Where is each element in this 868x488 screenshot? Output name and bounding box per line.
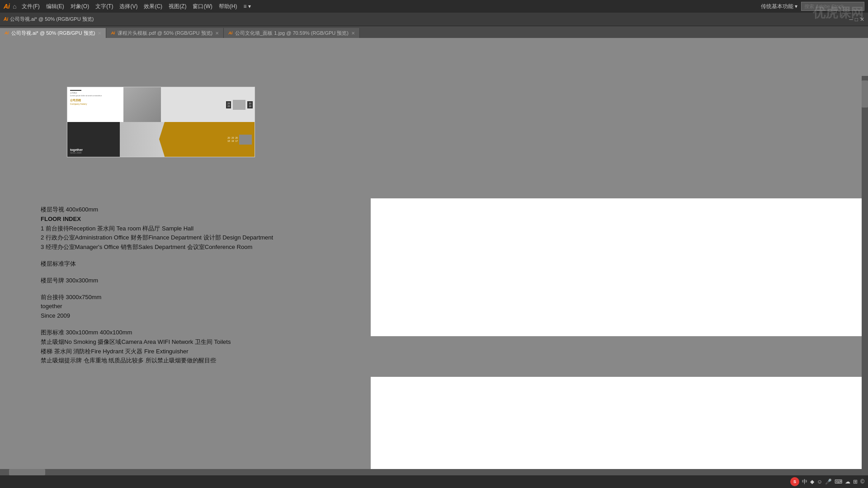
design-container: 公司简介 Lorem ipsum dolor sit amet consecte…	[67, 87, 255, 157]
design-top: 公司简介 Lorem ipsum dolor sit amet consecte…	[67, 87, 255, 122]
year-2019: 2019	[231, 136, 234, 143]
floor-1-text: 1 前台接待Reception 茶水间 Tea room 样品厅 Sample …	[41, 224, 273, 234]
design-bottom: together Since 2008 2018	[67, 122, 255, 157]
tab-2-icon: Ai	[228, 31, 232, 35]
tab-2-close[interactable]: ✕	[351, 31, 355, 36]
taskbar-zh-icon[interactable]: 中	[802, 478, 807, 486]
tab-1-label: 课程片头模板.pdf @ 50% (RGB/GPU 预览)	[118, 30, 212, 37]
taskbar-face-icon[interactable]: ☺	[817, 479, 822, 485]
floor-2-text: 2 行政办公室Administration Office 财务部Finance …	[41, 233, 273, 243]
doc-title-text: 公司导视.ai* @ 50% (RGB/GPU 预览)	[10, 16, 94, 23]
tab-2-label: 公司文化墙_面板 1.jpg @ 70.59% (RGB/GPU 预览)	[235, 30, 349, 37]
menu-text[interactable]: 文字(T)	[93, 2, 116, 11]
taskbar-grid-icon[interactable]: ⊞	[853, 479, 858, 485]
design-center-img	[123, 87, 161, 122]
design-right-timeline: 2020 2016	[161, 87, 255, 122]
menu-extra[interactable]: ≡ ▾	[241, 2, 253, 10]
title-bar-right: 传统基本功能 ▾	[761, 2, 864, 11]
menu-file[interactable]: 文件(F)	[19, 2, 42, 11]
artboard-preview: 公司简介 Lorem ipsum dolor sit amet consecte…	[67, 87, 255, 157]
doc-minimize[interactable]: ─	[849, 16, 853, 23]
year-2020-top: 2020	[226, 101, 231, 108]
taskbar-keyboard-icon[interactable]: ⌨	[835, 479, 842, 485]
together-label: together	[41, 302, 273, 311]
spacer-4	[41, 321, 273, 328]
title-bar: Ai ⌂ 文件(F) 编辑(E) 对象(O) 文字(T) 选择(V) 效果(C)…	[0, 0, 868, 13]
menu-select[interactable]: 选择(V)	[117, 2, 140, 11]
tab-bar: Ai 公司导视.ai* @ 50% (RGB/GPU 预览) ✕ Ai 课程片头…	[0, 26, 868, 38]
design-bottom-gray	[120, 122, 165, 157]
taskbar: S 中 ◆ ☺ 🎤 ⌨ ☁ ⊞ ©	[0, 475, 868, 488]
year-2018: 2018	[227, 136, 230, 143]
company-history-en: Company history	[70, 103, 121, 105]
doc-title: Ai 公司导视.ai* @ 50% (RGB/GPU 预览)	[4, 16, 94, 23]
design-bottom-gold: 2018 2019 2017	[165, 122, 255, 157]
menu-window[interactable]: 窗口(W)	[190, 2, 215, 11]
tab-0-close[interactable]: ✕	[98, 31, 101, 36]
tab-1-close[interactable]: ✕	[215, 31, 219, 36]
tab-2[interactable]: Ai 公司文化墙_面板 1.jpg @ 70.59% (RGB/GPU 预览) …	[224, 28, 360, 38]
graphic-standard: 图形标准 300x100mm 400x100mm	[41, 328, 273, 338]
right-panel-bottom	[371, 377, 868, 481]
floor-guide-title: 楼层导视 400x600mm	[41, 205, 273, 215]
menu-view[interactable]: 视图(Z)	[166, 2, 189, 11]
year-2017: 2017	[235, 136, 238, 143]
tab-1-icon: Ai	[111, 31, 115, 35]
adobe-stock-search[interactable]	[801, 2, 864, 11]
right-panel-top	[371, 198, 868, 336]
text-content: 楼层导视 400x600mm FLOOR INDEX 1 前台接待Recepti…	[41, 205, 273, 366]
tab-0[interactable]: Ai 公司导视.ai* @ 50% (RGB/GPU 预览) ✕	[0, 28, 106, 38]
no-smoking-line: 禁止吸烟No Smoking 摄像区域Camera Area WIFI Netw…	[41, 338, 273, 347]
floor-3-text: 3 经理办公室Manager's Office 销售部Sales Departm…	[41, 243, 273, 252]
scroll-thumb-v[interactable]	[862, 80, 868, 108]
reception-size: 前台接待 3000x750mm	[41, 293, 273, 302]
menu-object[interactable]: 对象(O)	[68, 2, 92, 11]
taskbar-c-icon[interactable]: ©	[860, 479, 864, 485]
floor-font-label: 楼层标准字体	[41, 259, 273, 269]
year-2016: 2016	[247, 101, 253, 108]
taskbar-dot-icon[interactable]: ◆	[810, 479, 814, 485]
floor-index-en: FLOOR INDEX	[41, 215, 273, 224]
floor-sign-size: 楼层号牌 300x300mm	[41, 276, 273, 286]
scroll-thumb-h[interactable]	[9, 469, 45, 475]
doc-close[interactable]: ✕	[860, 16, 864, 23]
stairs-line: 楼梯 茶水间 消防栓Fire Hydrant 灭火器 Fire Extingui…	[41, 347, 273, 357]
design-left-white: 公司简介 Lorem ipsum dolor sit amet consecte…	[67, 87, 123, 122]
doc-maximize[interactable]: □	[855, 16, 858, 23]
together-text: together	[70, 148, 117, 151]
taskbar-mic-icon[interactable]: 🎤	[825, 479, 832, 485]
since-text: Since 2008	[70, 151, 117, 154]
taskbar-cloud-icon[interactable]: ☁	[845, 479, 850, 485]
design-bottom-dark: together Since 2008	[67, 122, 120, 157]
note-line: 禁止吸烟提示牌 仓库重地 纸质品比较多 所以禁止吸烟要做的醒目些	[41, 356, 273, 366]
spacer-3	[41, 286, 273, 293]
home-icon[interactable]: ⌂	[13, 3, 16, 10]
sougou-icon[interactable]: S	[790, 477, 799, 486]
scrollbar-vertical[interactable]	[862, 76, 868, 475]
tab-0-icon: Ai	[5, 31, 9, 35]
photo-bottom-right	[239, 135, 252, 145]
doc-window: Ai 公司导视.ai* @ 50% (RGB/GPU 预览) ─ □ ✕	[0, 13, 868, 26]
menu-edit[interactable]: 编辑(E)	[43, 2, 67, 11]
mini-text-lines: 公司简介 Lorem ipsum dolor sit amet consecte…	[70, 90, 121, 97]
canvas-area: 公司简介 Lorem ipsum dolor sit amet consecte…	[0, 38, 868, 488]
scrollbar-horizontal[interactable]	[0, 469, 862, 475]
tab-1[interactable]: Ai 课程片头模板.pdf @ 50% (RGB/GPU 预览) ✕	[106, 28, 224, 38]
since-label: Since 2009	[41, 311, 273, 321]
menu-help[interactable]: 帮助(H)	[216, 2, 240, 11]
doc-ai-icon: Ai	[4, 17, 8, 22]
spacer-2	[41, 269, 273, 276]
photo-top-right	[233, 100, 245, 110]
company-history-cn: 公司历程	[70, 99, 121, 103]
spacer-1	[41, 252, 273, 259]
menu-bar: 文件(F) 编辑(E) 对象(O) 文字(T) 选择(V) 效果(C) 视图(Z…	[19, 2, 253, 11]
menu-effect[interactable]: 效果(C)	[141, 2, 165, 11]
ai-logo: Ai	[4, 3, 10, 10]
title-bar-left: Ai ⌂ 文件(F) 编辑(E) 对象(O) 文字(T) 选择(V) 效果(C)…	[4, 2, 254, 11]
workspace-label[interactable]: 传统基本功能 ▾	[761, 3, 797, 10]
tab-0-label: 公司导视.ai* @ 50% (RGB/GPU 预览)	[11, 30, 95, 37]
